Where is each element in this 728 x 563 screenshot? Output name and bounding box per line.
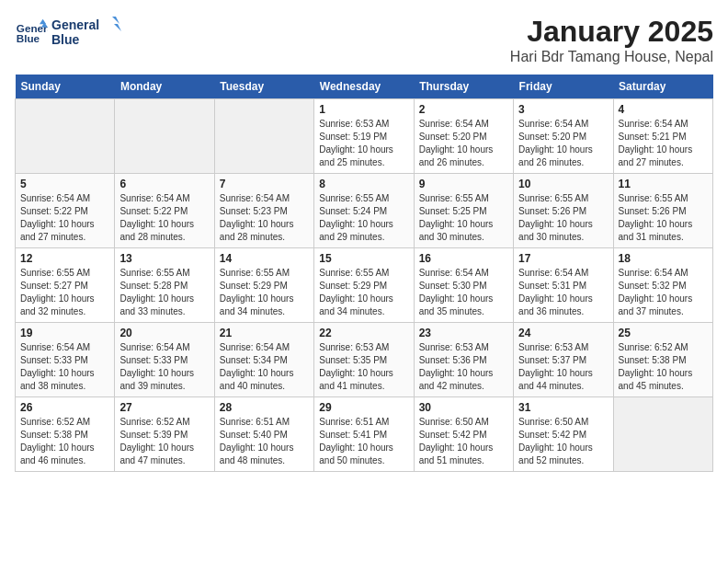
day-number: 24 xyxy=(518,327,608,339)
calendar-cell: 9Sunrise: 6:55 AMSunset: 5:25 PMDaylight… xyxy=(414,174,513,248)
day-info: Sunrise: 6:51 AMSunset: 5:40 PMDaylight:… xyxy=(220,416,309,467)
calendar-cell: 17Sunrise: 6:54 AMSunset: 5:31 PMDayligh… xyxy=(514,248,613,323)
day-info: Sunrise: 6:53 AMSunset: 5:36 PMDaylight:… xyxy=(419,341,508,393)
day-info: Sunrise: 6:55 AMSunset: 5:29 PMDaylight:… xyxy=(319,267,408,318)
weekday-header-cell: Wednesday xyxy=(314,75,414,99)
svg-text:Blue: Blue xyxy=(17,32,40,44)
day-info: Sunrise: 6:52 AMSunset: 5:38 PMDaylight:… xyxy=(20,416,109,467)
day-info: Sunrise: 6:53 AMSunset: 5:37 PMDaylight:… xyxy=(518,341,608,393)
calendar-cell: 26Sunrise: 6:52 AMSunset: 5:38 PMDayligh… xyxy=(16,397,115,472)
day-number: 15 xyxy=(319,252,408,265)
calendar-table: SundayMondayTuesdayWednesdayThursdayFrid… xyxy=(15,75,713,472)
calendar-cell: 31Sunrise: 6:50 AMSunset: 5:42 PMDayligh… xyxy=(514,397,613,472)
day-number: 12 xyxy=(20,252,109,265)
svg-text:General: General xyxy=(51,17,99,32)
day-info: Sunrise: 6:54 AMSunset: 5:31 PMDaylight:… xyxy=(518,267,608,318)
calendar-cell: 22Sunrise: 6:53 AMSunset: 5:35 PMDayligh… xyxy=(314,323,414,397)
calendar-cell: 10Sunrise: 6:55 AMSunset: 5:26 PMDayligh… xyxy=(514,174,613,248)
day-info: Sunrise: 6:50 AMSunset: 5:42 PMDaylight:… xyxy=(419,416,508,467)
day-info: Sunrise: 6:54 AMSunset: 5:33 PMDaylight:… xyxy=(20,341,109,393)
day-number: 2 xyxy=(419,103,508,116)
calendar-week-row: 12Sunrise: 6:55 AMSunset: 5:27 PMDayligh… xyxy=(16,248,713,323)
svg-text:Blue: Blue xyxy=(51,32,80,47)
day-number: 6 xyxy=(119,178,209,190)
calendar-week-row: 5Sunrise: 6:54 AMSunset: 5:22 PMDaylight… xyxy=(16,174,713,248)
calendar-cell: 29Sunrise: 6:51 AMSunset: 5:41 PMDayligh… xyxy=(314,397,414,472)
day-number: 5 xyxy=(20,178,109,190)
day-number: 25 xyxy=(619,327,708,339)
page-header: General Blue General Blue January 2025 H… xyxy=(15,15,713,65)
day-info: Sunrise: 6:54 AMSunset: 5:22 PMDaylight:… xyxy=(20,192,109,244)
calendar-cell: 11Sunrise: 6:55 AMSunset: 5:26 PMDayligh… xyxy=(613,174,712,248)
svg-marker-7 xyxy=(114,24,121,31)
title-block: January 2025 Hari Bdr Tamang House, Nepa… xyxy=(510,15,713,65)
day-number: 11 xyxy=(619,178,708,190)
calendar-cell: 25Sunrise: 6:52 AMSunset: 5:38 PMDayligh… xyxy=(613,323,712,397)
day-info: Sunrise: 6:53 AMSunset: 5:35 PMDaylight:… xyxy=(319,341,408,393)
day-info: Sunrise: 6:54 AMSunset: 5:33 PMDaylight:… xyxy=(119,341,209,393)
day-number: 20 xyxy=(119,327,209,339)
calendar-cell: 13Sunrise: 6:55 AMSunset: 5:28 PMDayligh… xyxy=(115,248,214,323)
weekday-header-cell: Saturday xyxy=(613,75,712,99)
logo-icon: General Blue xyxy=(15,17,48,51)
day-number: 10 xyxy=(518,178,608,190)
calendar-cell: 1Sunrise: 6:53 AMSunset: 5:19 PMDaylight… xyxy=(314,99,414,174)
weekday-header-cell: Friday xyxy=(514,75,613,99)
day-info: Sunrise: 6:50 AMSunset: 5:42 PMDaylight:… xyxy=(518,416,608,467)
day-number: 22 xyxy=(319,327,408,339)
day-number: 18 xyxy=(619,252,708,265)
day-info: Sunrise: 6:55 AMSunset: 5:29 PMDaylight:… xyxy=(220,267,309,318)
calendar-cell xyxy=(613,397,712,472)
calendar-cell: 20Sunrise: 6:54 AMSunset: 5:33 PMDayligh… xyxy=(115,323,214,397)
day-number: 3 xyxy=(518,103,608,116)
day-number: 4 xyxy=(619,103,708,116)
day-number: 9 xyxy=(419,178,508,190)
calendar-cell: 15Sunrise: 6:55 AMSunset: 5:29 PMDayligh… xyxy=(314,248,414,323)
day-number: 8 xyxy=(319,178,408,190)
day-info: Sunrise: 6:51 AMSunset: 5:41 PMDaylight:… xyxy=(319,416,408,467)
calendar-subtitle: Hari Bdr Tamang House, Nepal xyxy=(510,49,713,65)
calendar-cell: 16Sunrise: 6:54 AMSunset: 5:30 PMDayligh… xyxy=(414,248,513,323)
weekday-header-cell: Tuesday xyxy=(214,75,313,99)
day-number: 21 xyxy=(220,327,309,339)
calendar-week-row: 19Sunrise: 6:54 AMSunset: 5:33 PMDayligh… xyxy=(16,323,713,397)
logo: General Blue General Blue xyxy=(15,15,125,53)
day-info: Sunrise: 6:53 AMSunset: 5:19 PMDaylight:… xyxy=(319,118,408,169)
calendar-week-row: 26Sunrise: 6:52 AMSunset: 5:38 PMDayligh… xyxy=(16,397,713,472)
day-number: 27 xyxy=(119,401,209,414)
calendar-cell: 28Sunrise: 6:51 AMSunset: 5:40 PMDayligh… xyxy=(214,397,313,472)
day-number: 1 xyxy=(319,103,408,116)
day-number: 16 xyxy=(419,252,508,265)
weekday-header-row: SundayMondayTuesdayWednesdayThursdayFrid… xyxy=(16,75,713,99)
day-info: Sunrise: 6:52 AMSunset: 5:39 PMDaylight:… xyxy=(119,416,209,467)
calendar-cell: 4Sunrise: 6:54 AMSunset: 5:21 PMDaylight… xyxy=(613,99,712,174)
day-info: Sunrise: 6:55 AMSunset: 5:25 PMDaylight:… xyxy=(419,192,508,244)
day-info: Sunrise: 6:52 AMSunset: 5:38 PMDaylight:… xyxy=(619,341,708,393)
day-info: Sunrise: 6:55 AMSunset: 5:24 PMDaylight:… xyxy=(319,192,408,244)
day-info: Sunrise: 6:54 AMSunset: 5:30 PMDaylight:… xyxy=(419,267,508,318)
calendar-title: January 2025 xyxy=(510,15,713,49)
calendar-cell: 14Sunrise: 6:55 AMSunset: 5:29 PMDayligh… xyxy=(214,248,313,323)
calendar-week-row: 1Sunrise: 6:53 AMSunset: 5:19 PMDaylight… xyxy=(16,99,713,174)
calendar-cell: 7Sunrise: 6:54 AMSunset: 5:23 PMDaylight… xyxy=(214,174,313,248)
day-info: Sunrise: 6:55 AMSunset: 5:26 PMDaylight:… xyxy=(518,192,608,244)
day-info: Sunrise: 6:54 AMSunset: 5:22 PMDaylight:… xyxy=(119,192,209,244)
day-number: 28 xyxy=(220,401,309,414)
calendar-cell xyxy=(214,99,313,174)
day-info: Sunrise: 6:54 AMSunset: 5:23 PMDaylight:… xyxy=(220,192,309,244)
calendar-cell: 21Sunrise: 6:54 AMSunset: 5:34 PMDayligh… xyxy=(214,323,313,397)
day-info: Sunrise: 6:55 AMSunset: 5:28 PMDaylight:… xyxy=(119,267,209,318)
calendar-cell: 27Sunrise: 6:52 AMSunset: 5:39 PMDayligh… xyxy=(115,397,214,472)
weekday-header-cell: Thursday xyxy=(414,75,513,99)
weekday-header-cell: Sunday xyxy=(16,75,115,99)
day-number: 29 xyxy=(319,401,408,414)
calendar-cell: 12Sunrise: 6:55 AMSunset: 5:27 PMDayligh… xyxy=(16,248,115,323)
day-number: 19 xyxy=(20,327,109,339)
day-number: 13 xyxy=(119,252,209,265)
day-number: 31 xyxy=(518,401,608,414)
day-info: Sunrise: 6:55 AMSunset: 5:27 PMDaylight:… xyxy=(20,267,109,318)
day-info: Sunrise: 6:54 AMSunset: 5:21 PMDaylight:… xyxy=(619,118,708,169)
day-info: Sunrise: 6:55 AMSunset: 5:26 PMDaylight:… xyxy=(619,192,708,244)
calendar-cell: 23Sunrise: 6:53 AMSunset: 5:36 PMDayligh… xyxy=(414,323,513,397)
day-number: 7 xyxy=(220,178,309,190)
